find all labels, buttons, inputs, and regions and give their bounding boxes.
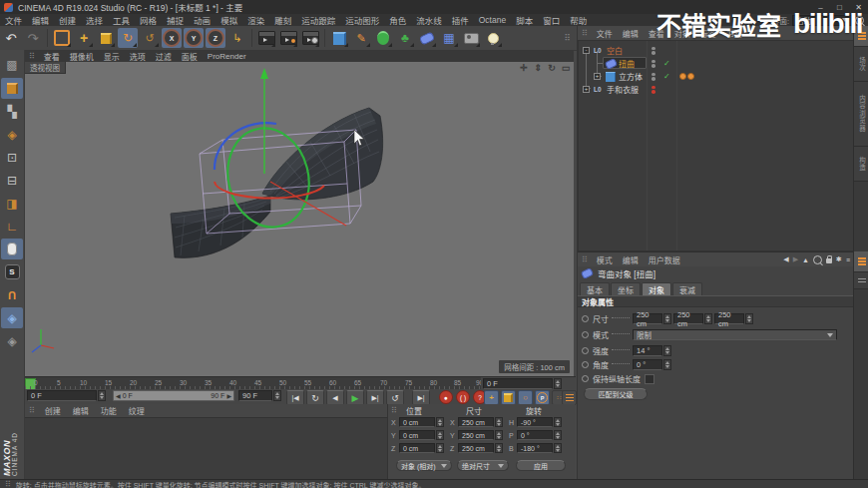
key-rotation-toggle[interactable]: ○: [518, 390, 533, 405]
key-scale-toggle[interactable]: [501, 390, 516, 405]
stepper[interactable]: [663, 345, 671, 356]
redo-icon[interactable]: ↷: [23, 28, 43, 48]
texture-tag-icon[interactable]: [679, 73, 694, 80]
visibility-dots-icon[interactable]: [651, 86, 655, 94]
menu-octane[interactable]: Octane: [474, 15, 511, 25]
keyframe-selection-icon[interactable]: [562, 390, 577, 405]
spline-pen-icon[interactable]: ✎: [351, 28, 371, 48]
live-selection-icon[interactable]: [52, 28, 72, 48]
undo-icon[interactable]: ↶: [1, 28, 21, 48]
search-icon[interactable]: [813, 255, 822, 264]
enable-snap-icon[interactable]: S: [1, 261, 23, 282]
object-name[interactable]: 空白: [607, 45, 623, 56]
om-menu-edit[interactable]: 编辑: [618, 28, 644, 39]
anim-dot-icon[interactable]: [582, 331, 589, 338]
tab-takes[interactable]: 场次: [854, 47, 868, 82]
magnet-icon[interactable]: U: [1, 284, 23, 305]
move-tool-icon[interactable]: +: [74, 28, 94, 48]
stepper[interactable]: [554, 430, 562, 440]
mat-menu-edit[interactable]: 编辑: [67, 405, 95, 416]
texture-mode-icon[interactable]: ▚: [1, 101, 23, 122]
menu-script[interactable]: 脚本: [511, 14, 538, 26]
parent-up-icon[interactable]: ▲: [802, 256, 809, 263]
tab-basic[interactable]: 基本: [580, 282, 610, 296]
axis-z-lock-icon[interactable]: Z: [206, 28, 225, 48]
position-mode-dropdown[interactable]: 对象 (相对): [396, 460, 452, 471]
enable-axis-icon[interactable]: ∟: [1, 216, 23, 237]
timeline-ruler[interactable]: 0 5 10 15 20 25 30 35 40 45 50 55 60 65 …: [25, 376, 481, 390]
apply-button[interactable]: 应用: [516, 460, 566, 471]
mograph-icon[interactable]: ♣: [395, 28, 415, 48]
zoom-view-icon[interactable]: ⇕: [533, 63, 543, 73]
goto-start-icon[interactable]: |◀: [286, 390, 304, 405]
size-x-input[interactable]: 250 cm: [633, 313, 662, 324]
menu-select[interactable]: 选择: [81, 14, 108, 26]
vp-menu-panel[interactable]: 面板: [177, 51, 203, 62]
tab-structure[interactable]: 构造: [854, 147, 868, 182]
anim-dot-icon[interactable]: [582, 347, 589, 354]
object-name[interactable]: 立方体: [619, 71, 643, 82]
scrub-left-handle-icon[interactable]: ◀: [116, 392, 121, 399]
panel-handle-icon[interactable]: ⠿: [582, 255, 588, 264]
axis-x-lock-icon[interactable]: X: [162, 28, 182, 48]
stepper[interactable]: [663, 359, 671, 370]
panel-handle-icon[interactable]: ⠿: [29, 406, 35, 415]
size-y-input[interactable]: 250 cm: [673, 313, 703, 324]
size-y-input[interactable]: 250 cm: [458, 430, 494, 440]
am-menu-userdata[interactable]: 用户数据: [644, 254, 685, 265]
fit-to-parent-button[interactable]: 匹配到父级: [584, 388, 648, 400]
tab-content-browser[interactable]: 内容浏览器: [854, 82, 868, 147]
panel-handle-icon[interactable]: ⠿: [29, 52, 35, 61]
coordinate-system-icon[interactable]: ↳: [227, 28, 247, 48]
deformer-icon[interactable]: [417, 28, 437, 48]
stepper[interactable]: [436, 430, 444, 440]
stepper[interactable]: [554, 417, 562, 427]
workplane-paint-icon[interactable]: ◈: [1, 124, 23, 145]
mat-menu-function[interactable]: 功能: [95, 405, 123, 416]
toggle-view-icon[interactable]: ▭: [561, 63, 571, 73]
om-menu-tags[interactable]: 标签: [695, 28, 721, 39]
loop-icon[interactable]: ↺: [386, 390, 404, 405]
points-mode-icon[interactable]: ⊡: [1, 147, 23, 168]
last-tool-icon[interactable]: ↺: [140, 28, 160, 48]
scrub-right-handle-icon[interactable]: ▶: [226, 392, 231, 399]
stepper[interactable]: [554, 378, 562, 389]
view-label[interactable]: 透视视图: [25, 62, 66, 74]
locked-workplane-icon[interactable]: ◈: [1, 330, 23, 351]
vp-menu-prorender[interactable]: ProRender: [203, 52, 251, 61]
menu-tools[interactable]: 工具: [108, 14, 135, 26]
menu-help[interactable]: 帮助: [565, 14, 592, 26]
camera-icon[interactable]: [461, 28, 481, 48]
stepper[interactable]: [704, 313, 712, 324]
tab-coord[interactable]: 坐标: [611, 282, 641, 296]
enabled-check-icon[interactable]: ✓: [663, 72, 670, 81]
object-name[interactable]: 扭曲: [619, 58, 635, 69]
edges-mode-icon[interactable]: ⊟: [1, 170, 23, 191]
mat-menu-texture[interactable]: 纹理: [123, 405, 151, 416]
viewport-canvas[interactable]: 透视视图 ✛ ⇕ ↻ ▭: [25, 62, 574, 376]
render-settings-icon[interactable]: [300, 28, 320, 48]
tab-object-manager[interactable]: [854, 26, 868, 47]
key-position-toggle[interactable]: +: [484, 390, 499, 405]
visibility-dots-icon[interactable]: [651, 47, 655, 55]
play-forward-icon[interactable]: ▶: [346, 390, 364, 405]
menu-edit[interactable]: 编辑: [27, 14, 54, 26]
stepper[interactable]: [663, 313, 671, 324]
menu-snap[interactable]: 捕捉: [162, 14, 189, 26]
pan-view-icon[interactable]: ✛: [519, 63, 529, 73]
vp-menu-options[interactable]: 选项: [125, 51, 151, 62]
stepper[interactable]: [273, 390, 281, 401]
collapse-icon[interactable]: -: [583, 47, 590, 54]
table-row[interactable]: + 立方体 ✓: [579, 70, 853, 83]
scale-tool-icon[interactable]: [96, 28, 116, 48]
angle-input[interactable]: 0 °: [633, 359, 662, 370]
om-menu-objects[interactable]: 对象: [669, 28, 695, 39]
menu-motion-tracker[interactable]: 运动跟踪: [296, 14, 340, 26]
table-row[interactable]: + L0 手和衣服: [579, 83, 853, 96]
object-name[interactable]: 手和衣服: [607, 84, 639, 95]
settings-icon[interactable]: ✱: [836, 255, 842, 263]
subdivision-surface-icon[interactable]: [373, 28, 393, 48]
maximize-button[interactable]: □: [830, 3, 849, 12]
menu-create[interactable]: 创建: [54, 14, 81, 26]
stepper[interactable]: [98, 390, 106, 401]
